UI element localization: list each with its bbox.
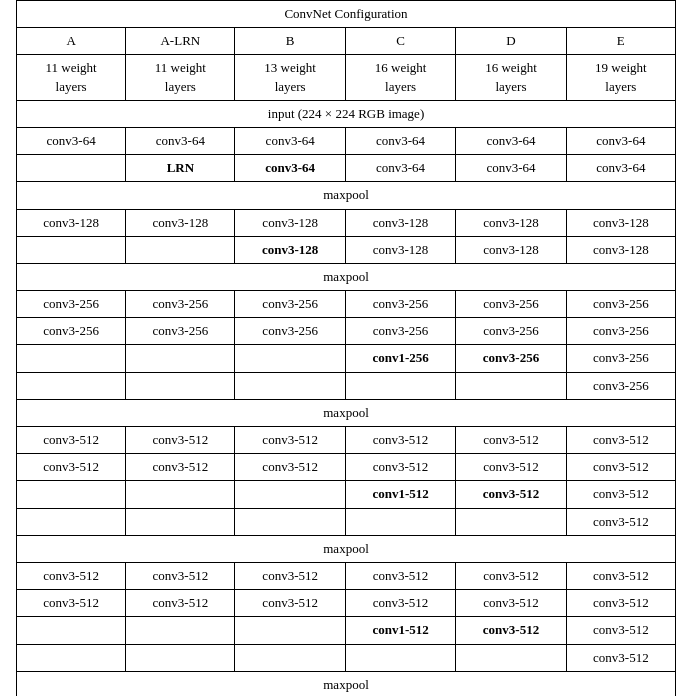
- cell-b: [235, 481, 345, 508]
- separator-row: maxpool: [17, 182, 676, 209]
- table-row: conv3-256: [17, 372, 676, 399]
- cell-d: conv3-64: [456, 155, 566, 182]
- input-separator-row: input (224 × 224 RGB image): [17, 100, 676, 127]
- col-header-d: D: [456, 28, 566, 55]
- cell-e: conv3-512: [566, 454, 675, 481]
- cell-c: conv3-128: [345, 209, 455, 236]
- cell-alrn: [126, 345, 235, 372]
- weight-e: 19 weightlayers: [566, 55, 675, 100]
- weight-c: 16 weightlayers: [345, 55, 455, 100]
- cell-d: [456, 372, 566, 399]
- cell-e: conv3-256: [566, 318, 675, 345]
- weight-b: 13 weightlayers: [235, 55, 345, 100]
- cell-alrn: conv3-512: [126, 590, 235, 617]
- cell-d: conv3-256: [456, 345, 566, 372]
- cell-d: conv3-512: [456, 590, 566, 617]
- table-row: LRN conv3-64 conv3-64 conv3-64 conv3-64: [17, 155, 676, 182]
- cell-b: conv3-512: [235, 427, 345, 454]
- cell-b: [235, 345, 345, 372]
- cell-e: conv3-512: [566, 562, 675, 589]
- table-row: conv3-256 conv3-256 conv3-256 conv3-256 …: [17, 291, 676, 318]
- cell-c: conv3-256: [345, 318, 455, 345]
- separator-row: maxpool: [17, 263, 676, 290]
- table-row: conv3-512 conv3-512 conv3-512 conv3-512 …: [17, 562, 676, 589]
- cell-d: conv3-128: [456, 236, 566, 263]
- table-row: conv3-512 conv3-512 conv3-512 conv3-512 …: [17, 590, 676, 617]
- table-row: conv3-512 conv3-512 conv3-512 conv3-512 …: [17, 454, 676, 481]
- table-row: conv3-512 conv3-512 conv3-512 conv3-512 …: [17, 427, 676, 454]
- cell-a: [17, 155, 126, 182]
- cell-b: conv3-128: [235, 209, 345, 236]
- cell-a: [17, 236, 126, 263]
- cell-d: conv3-512: [456, 617, 566, 644]
- cell-alrn: conv3-256: [126, 291, 235, 318]
- cell-a: conv3-512: [17, 427, 126, 454]
- cell-b: conv3-256: [235, 318, 345, 345]
- cell-alrn: [126, 644, 235, 671]
- cell-c: conv3-512: [345, 590, 455, 617]
- cell-e: conv3-64: [566, 155, 675, 182]
- cell-c: conv3-512: [345, 562, 455, 589]
- cell-alrn: conv3-512: [126, 562, 235, 589]
- cell-a: conv3-256: [17, 318, 126, 345]
- cell-b: [235, 617, 345, 644]
- table-row: conv1-512 conv3-512 conv3-512: [17, 481, 676, 508]
- cell-a: [17, 508, 126, 535]
- convnet-config-wrapper: ConvNet Configuration A A-LRN B C D E 11…: [16, 0, 676, 696]
- cell-b: conv3-512: [235, 454, 345, 481]
- cell-a: [17, 481, 126, 508]
- table-row: conv1-512 conv3-512 conv3-512: [17, 617, 676, 644]
- cell-alrn: [126, 617, 235, 644]
- cell-c: conv3-64: [345, 155, 455, 182]
- cell-c: conv3-64: [345, 127, 455, 154]
- cell-a: conv3-512: [17, 454, 126, 481]
- col-header-c: C: [345, 28, 455, 55]
- table-row: conv3-128 conv3-128 conv3-128 conv3-128 …: [17, 209, 676, 236]
- cell-c: conv3-128: [345, 236, 455, 263]
- table-row: conv3-128 conv3-128 conv3-128 conv3-128: [17, 236, 676, 263]
- table-row: conv3-512: [17, 644, 676, 671]
- cell-a: conv3-128: [17, 209, 126, 236]
- col-header-a: A: [17, 28, 126, 55]
- cell-d: [456, 508, 566, 535]
- convnet-config-table: ConvNet Configuration A A-LRN B C D E 11…: [16, 0, 676, 696]
- cell-d: conv3-256: [456, 318, 566, 345]
- cell-c: conv3-512: [345, 427, 455, 454]
- column-header-row: A A-LRN B C D E: [17, 28, 676, 55]
- cell-e: conv3-256: [566, 291, 675, 318]
- table-row: conv3-512: [17, 508, 676, 535]
- col-header-b: B: [235, 28, 345, 55]
- table-row: conv3-256 conv3-256 conv3-256 conv3-256 …: [17, 318, 676, 345]
- cell-a: [17, 372, 126, 399]
- cell-d: conv3-128: [456, 209, 566, 236]
- cell-alrn: [126, 481, 235, 508]
- cell-b: [235, 372, 345, 399]
- cell-e: conv3-512: [566, 617, 675, 644]
- cell-b: conv3-64: [235, 127, 345, 154]
- separator-label: maxpool: [17, 263, 676, 290]
- cell-b: conv3-512: [235, 590, 345, 617]
- cell-d: conv3-512: [456, 454, 566, 481]
- cell-b: conv3-64: [235, 155, 345, 182]
- cell-c: [345, 644, 455, 671]
- col-header-alrn: A-LRN: [126, 28, 235, 55]
- cell-e: conv3-64: [566, 127, 675, 154]
- cell-e: conv3-256: [566, 372, 675, 399]
- cell-e: conv3-512: [566, 481, 675, 508]
- cell-c: conv3-512: [345, 454, 455, 481]
- cell-b: conv3-512: [235, 562, 345, 589]
- cell-a: [17, 345, 126, 372]
- cell-alrn: conv3-128: [126, 209, 235, 236]
- cell-e: conv3-128: [566, 209, 675, 236]
- separator-label: maxpool: [17, 671, 676, 696]
- cell-alrn: [126, 372, 235, 399]
- cell-a: [17, 644, 126, 671]
- cell-d: conv3-512: [456, 427, 566, 454]
- cell-alrn: [126, 236, 235, 263]
- weight-a: 11 weightlayers: [17, 55, 126, 100]
- weight-d: 16 weightlayers: [456, 55, 566, 100]
- separator-row: maxpool: [17, 399, 676, 426]
- cell-a: conv3-512: [17, 562, 126, 589]
- separator-label: maxpool: [17, 399, 676, 426]
- cell-e: conv3-512: [566, 590, 675, 617]
